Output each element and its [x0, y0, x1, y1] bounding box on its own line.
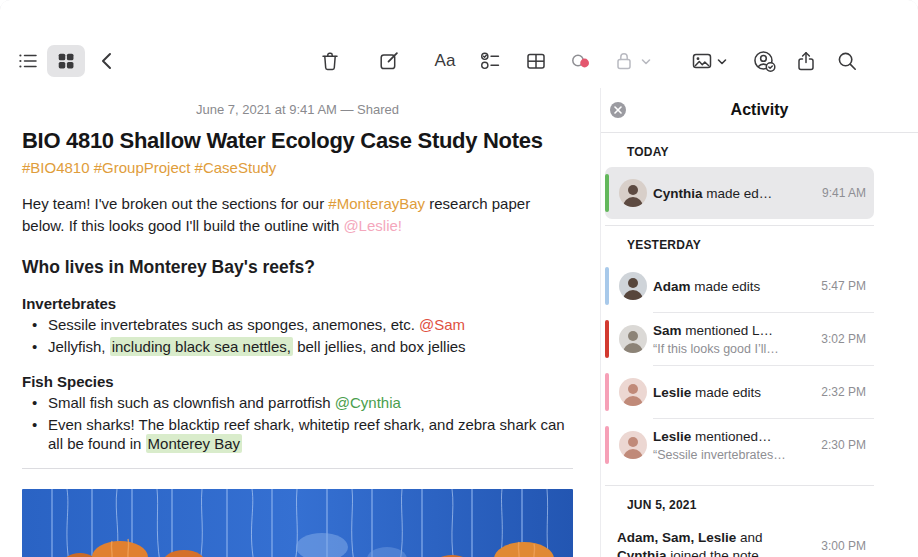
joined-text: and	[736, 530, 762, 545]
mention-leslie[interactable]: @Leslie!	[343, 217, 402, 234]
avatar	[619, 325, 647, 353]
activity-time: 3:00 PM	[815, 539, 866, 553]
close-icon	[614, 106, 622, 114]
section-label-yesterday: YESTERDAY	[601, 226, 918, 260]
invertebrates-heading: Invertebrates	[22, 294, 573, 313]
activity-row-text: Leslie made edits	[653, 383, 815, 401]
user-name: Cynthia	[653, 186, 703, 201]
note-date-shared-status: June 7, 2021 at 9:41 AM — Shared	[22, 102, 573, 117]
activity-title: Activity	[601, 88, 918, 132]
back-chevron-icon[interactable]	[94, 47, 122, 75]
intro-text-1: Hey team! I've broken out the sections f…	[22, 195, 328, 212]
table-icon[interactable]	[522, 47, 550, 75]
activity-time: 9:41 AM	[816, 186, 866, 200]
avatar	[619, 378, 647, 406]
media-icon[interactable]	[688, 47, 716, 75]
user-color-bar	[605, 373, 609, 411]
activity-quote: “Sessile invertebrates…	[653, 448, 786, 462]
list-item: Sessile invertebrates such as sponges, a…	[22, 315, 573, 335]
list-item: Jellyfish, including black sea nettles, …	[22, 337, 573, 357]
activity-row-sam[interactable]: Sam mentioned L… “If this looks good I’l…	[605, 313, 874, 365]
activity-quote: “If this looks good I’ll…	[653, 342, 779, 356]
activity-row-text: Leslie mentioned… “Sessile invertebrates…	[653, 427, 815, 463]
bullet-text: Small fish such as clownfish and parrotf…	[48, 394, 335, 411]
note-editor[interactable]: June 7, 2021 at 9:41 AM — Shared BIO 481…	[0, 88, 600, 557]
activity-action: mentioned…	[691, 429, 771, 444]
activity-action: mentioned L…	[682, 323, 774, 338]
user-names: Adam, Sam, Leslie	[617, 530, 736, 545]
user-color-bar	[605, 174, 609, 212]
gallery-view-icon[interactable]	[52, 47, 80, 75]
activity-action: made ed…	[703, 186, 773, 201]
format-label: Aa	[435, 51, 456, 71]
collaborate-icon[interactable]	[750, 47, 778, 75]
mention-cynthia[interactable]: @Cynthia	[335, 394, 401, 411]
activity-row-adam[interactable]: Adam made edits 5:47 PM	[605, 260, 874, 312]
avatar	[619, 431, 647, 459]
highlighted-text: Monterey Bay	[146, 434, 243, 453]
list-view-icon[interactable]	[14, 47, 42, 75]
activity-time: 5:47 PM	[815, 279, 866, 293]
note-tags[interactable]: #BIO4810 #GroupProject #CaseStudy	[22, 158, 573, 177]
mention-sam[interactable]: @Sam	[419, 316, 465, 333]
user-name: Leslie	[653, 429, 691, 444]
user-name: Leslie	[653, 385, 691, 400]
section-heading: Who lives in Monterey Bay's reefs?	[22, 256, 573, 278]
trash-icon[interactable]	[316, 47, 344, 75]
user-name: Cynthia	[617, 548, 667, 557]
note-title: BIO 4810 Shallow Water Ecology Case Stud…	[22, 127, 573, 155]
activity-row-text: Adam made edits	[653, 277, 815, 295]
toolbar: Aa	[0, 0, 918, 88]
bullet-text: Even sharks! The blacktip reef shark, wh…	[48, 416, 565, 453]
user-name: Sam	[653, 323, 682, 338]
share-icon[interactable]	[792, 47, 820, 75]
user-color-bar	[605, 426, 609, 464]
activity-row-joined[interactable]: Adam, Sam, Leslie and Cynthia joined the…	[605, 520, 874, 557]
tag-monteraybay[interactable]: #MonterayBay	[328, 195, 425, 212]
intro-paragraph: Hey team! I've broken out the sections f…	[22, 193, 573, 236]
note-photo-jellyfish[interactable]	[22, 489, 573, 557]
activity-row-leslie-edits[interactable]: Leslie made edits 2:32 PM	[605, 366, 874, 418]
joined-text: joined the note	[667, 548, 759, 557]
invertebrates-list: Sessile invertebrates such as sponges, a…	[22, 315, 573, 356]
media-chevron-down-icon[interactable]	[716, 56, 728, 68]
activity-header: Activity	[601, 88, 918, 133]
notes-window: Aa	[0, 0, 918, 557]
avatar	[619, 179, 647, 207]
bullet-text: bell jellies, and box jellies	[293, 338, 466, 355]
activity-time: 2:30 PM	[815, 438, 866, 452]
search-icon[interactable]	[833, 47, 861, 75]
checklist-icon[interactable]	[476, 47, 504, 75]
activity-row-text: Sam mentioned L… “If this looks good I’l…	[653, 321, 815, 357]
compose-icon[interactable]	[375, 47, 403, 75]
close-activity-button[interactable]	[610, 102, 626, 118]
fish-species-heading: Fish Species	[22, 372, 573, 391]
bullet-text: Sessile invertebrates such as sponges, a…	[48, 316, 419, 333]
avatar	[619, 272, 647, 300]
section-label-jun5: JUN 5, 2021	[601, 486, 918, 520]
activity-action: made edits	[691, 385, 761, 400]
activity-panel: Activity TODAY Cynthia made ed… 9:41 AM …	[600, 88, 918, 557]
activity-row-leslie-mention[interactable]: Leslie mentioned… “Sessile invertebrates…	[605, 419, 874, 471]
activity-row-text: Cynthia made ed…	[653, 184, 816, 202]
format-icon[interactable]: Aa	[431, 47, 459, 75]
shared-links-icon[interactable]	[567, 47, 595, 75]
activity-action: made edits	[691, 279, 761, 294]
fish-list: Small fish such as clownfish and parrotf…	[22, 393, 573, 454]
lock-icon[interactable]	[610, 47, 638, 75]
bullet-text: Jellyfish,	[48, 338, 110, 355]
list-item: Small fish such as clownfish and parrotf…	[22, 393, 573, 413]
activity-row-cynthia-today[interactable]: Cynthia made ed… 9:41 AM	[605, 167, 874, 219]
activity-row-text: Adam, Sam, Leslie and Cynthia joined the…	[617, 528, 789, 557]
user-color-bar	[605, 267, 609, 305]
activity-time: 2:32 PM	[815, 385, 866, 399]
section-label-today: TODAY	[601, 133, 918, 167]
content-divider	[22, 468, 573, 469]
lock-chevron-down-icon[interactable]	[640, 56, 652, 68]
user-name: Adam	[653, 279, 691, 294]
user-color-bar	[605, 320, 609, 358]
activity-time: 3:02 PM	[815, 332, 866, 346]
highlighted-text: including black sea nettles,	[110, 337, 293, 356]
list-item: Even sharks! The blacktip reef shark, wh…	[22, 415, 573, 454]
